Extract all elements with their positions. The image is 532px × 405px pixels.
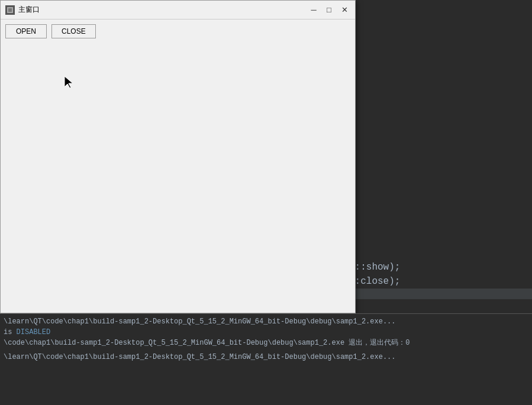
open-button[interactable]: OPEN [5, 24, 47, 38]
code-text-2: ::close); [349, 276, 400, 287]
window-icon [5, 5, 15, 15]
output-line-2: is DISABLED [4, 327, 528, 338]
output-line-3: \code\chap1\build-samp1_2-Desktop_Qt_5_1… [4, 338, 528, 348]
cursor-icon [63, 75, 75, 89]
code-line-1: t::show); [349, 260, 400, 274]
output-is: is [4, 328, 17, 336]
output-line-4: \learn\QT\code\chap1\build-samp1_2-Deskt… [4, 352, 528, 362]
editor-scrollbar-bar [349, 289, 532, 299]
output-line-1: \learn\QT\code\chap1\build-samp1_2-Deskt… [4, 316, 528, 327]
main-window: 主窗口 ─ □ ✕ OPEN CLOSE [0, 0, 356, 313]
code-line-2: ::close); [349, 274, 400, 289]
title-bar-controls: ─ □ ✕ [308, 4, 350, 16]
maximize-button[interactable]: □ [323, 4, 335, 16]
code-text-1: t::show); [349, 262, 400, 273]
window-close-button[interactable]: ✕ [338, 4, 350, 16]
window-title: 主窗口 [18, 5, 40, 15]
window-content: OPEN CLOSE [1, 20, 355, 313]
svg-marker-0 [65, 76, 73, 88]
window-icon-inner [7, 7, 13, 13]
output-path-1: \learn\QT\code\chap1\build-samp1_2-Deskt… [4, 317, 396, 326]
mouse-cursor [63, 75, 75, 92]
client-area [5, 41, 350, 308]
output-path-3: \code\chap1\build-samp1_2-Desktop_Qt_5_1… [4, 339, 410, 347]
output-disabled: DISABLED [17, 328, 51, 336]
title-bar: 主窗口 ─ □ ✕ [1, 1, 355, 20]
code-snippet: t::show); ::close); [349, 260, 400, 289]
output-path-4: \learn\QT\code\chap1\build-samp1_2-Deskt… [4, 353, 396, 361]
output-area: \learn\QT\code\chap1\build-samp1_2-Deskt… [0, 313, 532, 405]
minimize-button[interactable]: ─ [308, 4, 320, 16]
close-button[interactable]: CLOSE [51, 24, 96, 38]
toolbar: OPEN CLOSE [5, 24, 350, 38]
title-bar-left: 主窗口 [5, 5, 40, 15]
